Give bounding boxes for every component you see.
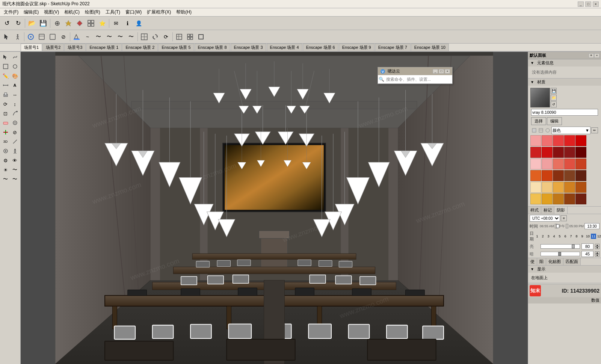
lt-paint[interactable]: 🎨 bbox=[11, 71, 20, 80]
lt-3d-text[interactable]: 3D bbox=[1, 137, 10, 146]
scene-tab-enscape6[interactable]: Enscape 场景 6 bbox=[303, 44, 338, 51]
tab-sun[interactable]: 阳 bbox=[537, 258, 546, 265]
user-button[interactable]: 👤 bbox=[133, 18, 144, 29]
color-4[interactable] bbox=[564, 135, 575, 146]
color-11[interactable] bbox=[530, 159, 541, 169]
edit-btn[interactable]: 编辑 bbox=[547, 117, 562, 125]
color-15[interactable] bbox=[575, 159, 586, 169]
wavy3[interactable]: 〜 bbox=[115, 32, 125, 42]
email-button[interactable]: ✉ bbox=[111, 18, 121, 29]
square-view[interactable] bbox=[196, 32, 206, 42]
wavy1[interactable]: 〜 bbox=[93, 32, 104, 42]
lt-rect[interactable] bbox=[1, 62, 10, 71]
color-24[interactable] bbox=[564, 182, 575, 193]
color-5[interactable] bbox=[575, 135, 586, 146]
wavy2[interactable]: 〜 bbox=[104, 32, 115, 42]
scene-tab-enscape3[interactable]: Enscape 场景 3 bbox=[231, 44, 266, 51]
lt-settings[interactable]: ⚙ bbox=[1, 156, 10, 165]
tab-shadow[interactable]: 阴影 bbox=[554, 207, 568, 214]
color-30[interactable] bbox=[575, 193, 586, 204]
color-21[interactable] bbox=[530, 182, 541, 193]
color-2[interactable] bbox=[542, 135, 553, 146]
scene-tab-enscape8[interactable]: Enscape 场景 8 bbox=[195, 44, 230, 51]
color-7[interactable] bbox=[542, 147, 553, 158]
lt-wave[interactable]: 〜 bbox=[11, 165, 20, 174]
date-7[interactable]: 7 bbox=[568, 234, 574, 239]
color-9[interactable] bbox=[564, 147, 575, 158]
lt-camera-tools[interactable] bbox=[1, 147, 10, 156]
lt-freehand[interactable] bbox=[11, 53, 20, 62]
date-1[interactable]: 1 bbox=[535, 234, 540, 239]
date-9[interactable]: 9 bbox=[580, 234, 585, 239]
lt-move[interactable]: ↔ bbox=[11, 90, 20, 99]
scene-tab-enscape5[interactable]: Enscape 场景 5 bbox=[158, 44, 194, 51]
time-slider[interactable] bbox=[555, 224, 557, 228]
color-27[interactable] bbox=[542, 193, 553, 204]
menu-help[interactable]: 帮助(H) bbox=[174, 8, 194, 16]
vray-close[interactable]: × bbox=[445, 69, 450, 74]
add-button[interactable]: ⊕ bbox=[52, 18, 62, 29]
mat-name-input[interactable] bbox=[531, 109, 598, 116]
grid-button[interactable] bbox=[86, 18, 96, 29]
scene-tab-enscape4[interactable]: Enscape 场景 4 bbox=[267, 44, 302, 51]
color-17[interactable] bbox=[542, 170, 553, 181]
scene-tab-enscape9[interactable]: Enscape 场景 9 bbox=[339, 44, 374, 51]
scene-tab-enscape2[interactable]: Enscape 场景 2 bbox=[122, 44, 158, 51]
color-12[interactable] bbox=[542, 159, 553, 169]
menu-edit[interactable]: 编辑(E) bbox=[21, 8, 41, 16]
redo-button[interactable]: ↻ bbox=[13, 18, 23, 29]
lt-wave3[interactable]: 〜 bbox=[11, 175, 20, 184]
date-2[interactable]: 2 bbox=[540, 234, 545, 239]
date-11[interactable]: 11 bbox=[591, 234, 596, 239]
color-20[interactable] bbox=[575, 170, 586, 181]
mat-folder[interactable]: 📁 bbox=[551, 95, 557, 101]
lt-eye[interactable]: 👁 bbox=[11, 156, 20, 165]
vray-maximize[interactable]: □ bbox=[439, 69, 444, 74]
lt-axes[interactable] bbox=[1, 128, 10, 137]
menu-file[interactable]: 文件(F) bbox=[2, 8, 21, 16]
mat-refresh[interactable]: ↺ bbox=[551, 101, 557, 107]
color-dropdown[interactable]: 颜色 ▼ bbox=[551, 127, 590, 134]
tab-texture[interactable]: 化贴图 bbox=[546, 258, 563, 265]
eraser-tool[interactable]: ~ bbox=[82, 32, 93, 42]
tab-use[interactable]: 使 bbox=[528, 258, 537, 265]
menu-window[interactable]: 窗口(W) bbox=[123, 8, 144, 16]
date-3[interactable]: 3 bbox=[546, 234, 551, 239]
lt-tape[interactable] bbox=[11, 118, 20, 127]
select-tool[interactable] bbox=[2, 32, 12, 42]
lt-walk[interactable] bbox=[11, 147, 20, 156]
scene-tab-2[interactable]: 场景号2 bbox=[42, 44, 64, 51]
scene-tab-enscape1[interactable]: Enscape 场景 1 bbox=[86, 44, 122, 51]
date-8[interactable]: 8 bbox=[574, 234, 579, 239]
color-23[interactable] bbox=[553, 182, 564, 193]
dark-up[interactable]: ▲ bbox=[595, 251, 599, 254]
lt-text[interactable]: A bbox=[11, 81, 20, 90]
table-view[interactable] bbox=[139, 32, 149, 42]
lt-section-plane[interactable]: ⊘ bbox=[11, 128, 20, 137]
lt-push-pull[interactable] bbox=[1, 90, 10, 99]
date-6[interactable]: 6 bbox=[563, 234, 568, 239]
vray-minimize[interactable]: _ bbox=[433, 69, 438, 74]
color-6[interactable] bbox=[530, 147, 541, 158]
camera-pan[interactable] bbox=[47, 32, 58, 42]
color-14[interactable] bbox=[564, 159, 575, 169]
lt-sun[interactable]: ☀ bbox=[1, 165, 10, 174]
color-18[interactable] bbox=[553, 170, 564, 181]
color-26[interactable] bbox=[530, 193, 541, 204]
time-slider-2[interactable] bbox=[566, 224, 568, 228]
display-header[interactable]: ▼ 显示 bbox=[528, 266, 601, 273]
tab-match[interactable]: 匹配面 bbox=[563, 258, 581, 265]
utc-set-btn[interactable]: ≡ bbox=[561, 215, 567, 221]
lt-pencil[interactable]: ✏️ bbox=[1, 71, 10, 80]
lt-rotate[interactable]: ⟳ bbox=[1, 100, 10, 109]
menu-tools[interactable]: 工具(T) bbox=[103, 8, 122, 16]
save-button[interactable]: 💾 bbox=[38, 18, 48, 29]
date-10[interactable]: 10 bbox=[585, 234, 590, 239]
sync-button[interactable]: ⟳ bbox=[161, 32, 171, 42]
color-3[interactable] bbox=[553, 135, 564, 146]
lt-wave2[interactable]: 〜 bbox=[1, 175, 10, 184]
grid-view[interactable] bbox=[185, 32, 195, 42]
tab-styles[interactable]: 样式 bbox=[528, 207, 541, 214]
date-4[interactable]: 4 bbox=[551, 234, 557, 239]
color-28[interactable] bbox=[553, 193, 564, 204]
